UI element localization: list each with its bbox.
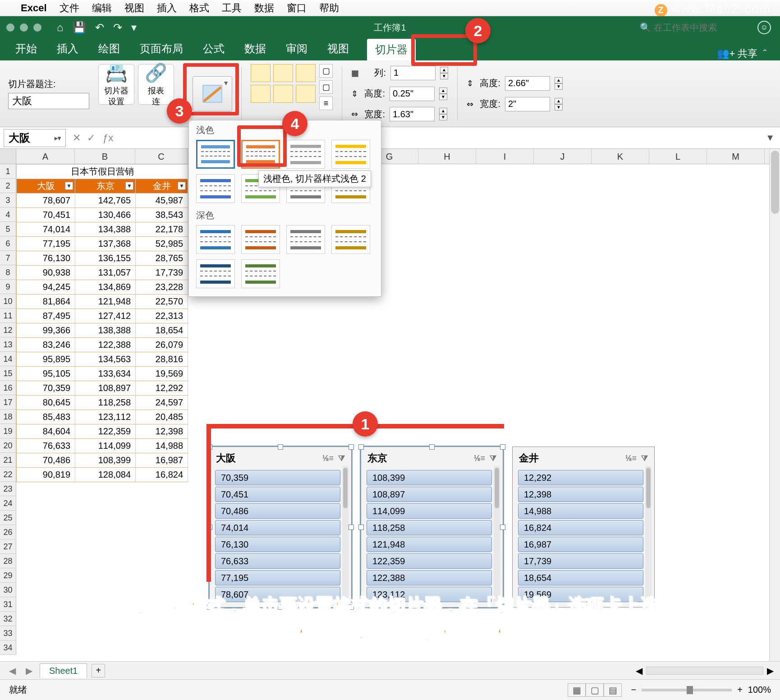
row-header[interactable]: 11 [0,309,16,323]
col-header[interactable]: K [592,149,649,164]
view-switcher[interactable]: ▦▢▤ [568,683,622,697]
cell[interactable]: 26,079 [136,338,188,352]
row-header[interactable]: 23 [0,482,16,496]
cell[interactable]: 70,359 [17,381,75,396]
cell[interactable]: 122,359 [75,424,136,439]
style-swatch[interactable] [286,140,325,169]
search-input[interactable] [654,23,744,33]
cell[interactable]: 24,597 [136,396,188,410]
col-header[interactable]: J [534,149,592,164]
style-swatch[interactable] [241,259,280,288]
cell[interactable]: 137,368 [75,237,136,251]
menu-tools[interactable]: 工具 [222,1,242,15]
caption-input[interactable] [8,93,89,109]
slicer-item[interactable]: 17,739 [518,553,643,569]
row-header[interactable]: 2 [0,179,16,193]
slicer-item[interactable]: 16,824 [518,520,643,535]
col-header[interactable]: A [16,149,75,164]
row-header[interactable]: 6 [0,236,16,251]
data-table[interactable]: 日本节假日营销 大阪▼ 东京▼ 金井▼ 78,607142,76545,9877… [16,164,188,482]
cell[interactable]: 22,313 [136,309,188,323]
slicer-width-input[interactable] [505,97,550,111]
cell[interactable]: 138,388 [75,323,136,338]
cell[interactable]: 122,388 [75,338,136,352]
cell[interactable]: 76,130 [17,251,75,266]
sheet-tab-1[interactable]: Sheet1 [40,663,87,678]
feedback-icon[interactable]: ☺ [757,21,771,34]
slicer-settings-button[interactable]: 📇切片器 设置 [98,64,134,105]
arrange-group[interactable] [251,64,316,103]
col-header-kanai[interactable]: 金井▼ [136,179,188,193]
style-swatch[interactable] [331,140,370,169]
row-header[interactable]: 14 [0,352,16,366]
cell[interactable]: 99,366 [17,323,75,338]
cell[interactable]: 121,948 [75,295,136,309]
cell[interactable]: 16,987 [136,453,188,468]
cell[interactable]: 78,607 [17,193,75,208]
tab-home[interactable]: 开始 [14,39,39,60]
row-header[interactable]: 34 [0,640,16,655]
cell[interactable]: 127,412 [75,309,136,323]
qat-more-icon[interactable]: ▾ [131,21,137,34]
cell[interactable]: 95,105 [17,367,75,381]
report-connections-button[interactable]: 🔗报表 连 [138,64,174,105]
row-header[interactable]: 7 [0,251,16,265]
multiselect-icon[interactable]: ⅛≡ [625,454,637,463]
cell[interactable]: 90,938 [17,266,75,280]
cell[interactable]: 52,985 [136,237,188,251]
vertical-scrollbar[interactable] [769,149,780,672]
cell[interactable]: 123,112 [75,410,136,424]
cell[interactable]: 16,824 [136,468,188,482]
tab-draw[interactable]: 绘图 [96,39,122,60]
menu-data[interactable]: 数据 [254,1,274,15]
slicer-item[interactable]: 12,398 [518,487,643,502]
row-header[interactable]: 22 [0,467,16,482]
cell[interactable]: 45,987 [136,193,188,208]
row-header[interactable]: 16 [0,381,16,395]
cell[interactable]: 22,178 [136,222,188,237]
bring-forward-button[interactable]: ▢ [319,64,333,78]
cell[interactable]: 142,765 [75,193,136,208]
row-header[interactable]: 21 [0,453,16,467]
horizontal-scrollbar[interactable]: ◀▶ [636,665,774,676]
row-header[interactable]: 26 [0,525,16,539]
send-backward-button[interactable]: ▢ [319,80,333,94]
menu-edit[interactable]: 编辑 [92,1,112,15]
btn-height-input[interactable] [390,87,435,101]
row-header[interactable]: 17 [0,395,16,410]
cell[interactable]: 114,099 [75,439,136,453]
row-header[interactable]: 31 [0,597,16,612]
cell[interactable]: 70,486 [17,453,75,468]
menu-view[interactable]: 视图 [124,1,144,15]
style-swatch[interactable] [196,225,235,254]
cell[interactable]: 20,485 [136,410,188,424]
cell[interactable]: 134,869 [75,280,136,295]
redo-icon[interactable]: ↷ [113,21,122,34]
col-header[interactable]: B [75,149,135,164]
style-swatch[interactable] [196,259,235,288]
cell[interactable]: 134,563 [75,352,136,367]
enter-icon[interactable]: ✓ [84,132,98,144]
cell[interactable]: 80,645 [17,396,75,410]
cell[interactable]: 85,483 [17,410,75,424]
slicer-item[interactable]: 14,988 [518,503,643,519]
cell[interactable]: 23,228 [136,280,188,295]
style-swatch[interactable] [286,225,325,254]
tab-review[interactable]: 审阅 [284,39,309,60]
cell[interactable]: 87,495 [17,309,75,323]
row-header[interactable]: 13 [0,337,16,352]
tab-slicer[interactable]: 切片器 [367,39,416,60]
cancel-icon[interactable]: ✕ [69,132,84,144]
cell[interactable]: 84,604 [17,424,75,439]
slicer-item[interactable]: 16,987 [518,537,643,552]
row-header[interactable]: 8 [0,265,16,280]
style-swatch[interactable] [331,225,370,254]
col-header[interactable]: H [418,149,476,164]
tab-data[interactable]: 数据 [243,39,268,60]
cell[interactable]: 74,014 [17,222,75,237]
add-sheet-button[interactable]: + [92,664,105,677]
col-header[interactable]: M [707,149,765,164]
row-header[interactable]: 20 [0,438,16,453]
slicer-height-input[interactable] [505,76,550,91]
style-swatch[interactable] [241,225,280,254]
